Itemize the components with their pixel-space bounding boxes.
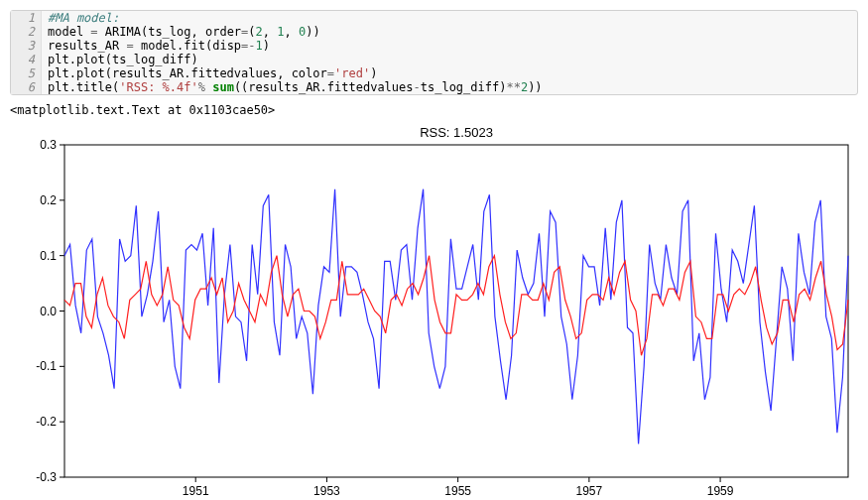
y-tick-label: 0.2: [40, 193, 57, 207]
x-tick-label: 1951: [183, 484, 209, 498]
code-text: plt.title('RSS: %.4f'% sum((results_AR.f…: [42, 80, 549, 94]
line-number: 6: [11, 80, 42, 94]
output-repr-text: <matplotlib.text.Text at 0x1103cae50>: [10, 103, 858, 117]
code-text: plt.plot(results_AR.fittedvalues, color=…: [42, 66, 383, 80]
chart-title: RSS: 1.5023: [420, 125, 493, 140]
y-tick-label: -0.3: [36, 470, 57, 484]
x-tick-label: 1959: [707, 484, 734, 498]
code-line: 3results_AR = model.fit(disp=-1): [11, 39, 857, 53]
x-tick-label: 1957: [576, 484, 603, 498]
code-line: 2model = ARIMA(ts_log, order=(2, 1, 0)): [11, 25, 857, 39]
line-number: 2: [11, 25, 42, 39]
code-line: 5plt.plot(results_AR.fittedvalues, color…: [11, 66, 857, 80]
svg-rect-0: [64, 145, 848, 477]
y-tick-label: 0.1: [40, 249, 57, 263]
y-tick-label: 0.0: [40, 305, 57, 318]
code-text: plt.plot(ts_log_diff): [42, 53, 204, 66]
y-tick-label: -0.1: [36, 359, 57, 373]
y-tick-label: -0.2: [36, 415, 57, 429]
plot-area: RSS: 1.5023 -0.3-0.2-0.10.00.10.20.31951…: [10, 125, 858, 500]
y-tick-label: 0.3: [40, 138, 57, 152]
x-tick-label: 1955: [444, 484, 471, 498]
line-number: 1: [11, 11, 42, 25]
code-text: results_AR = model.fit(disp=-1): [42, 39, 276, 53]
code-text: #MA model:: [42, 11, 125, 25]
line-number: 5: [11, 66, 42, 80]
code-text: model = ARIMA(ts_log, order=(2, 1, 0)): [42, 25, 326, 39]
code-line: 6plt.title('RSS: %.4f'% sum((results_AR.…: [11, 80, 857, 94]
line-number: 3: [11, 39, 42, 53]
code-input-cell: 1#MA model:2model = ARIMA(ts_log, order=…: [10, 10, 858, 95]
line-number: 4: [11, 53, 42, 66]
x-tick-label: 1953: [313, 484, 340, 498]
code-line: 1#MA model:: [11, 11, 857, 25]
code-line: 4plt.plot(ts_log_diff): [11, 53, 857, 66]
